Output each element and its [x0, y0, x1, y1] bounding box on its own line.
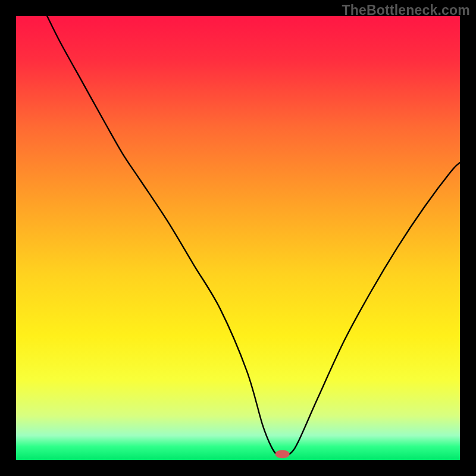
chart-frame: TheBottleneck.com — [0, 0, 476, 476]
plot-svg — [16, 16, 460, 460]
plot-area — [16, 16, 460, 460]
minimum-marker — [275, 450, 290, 458]
